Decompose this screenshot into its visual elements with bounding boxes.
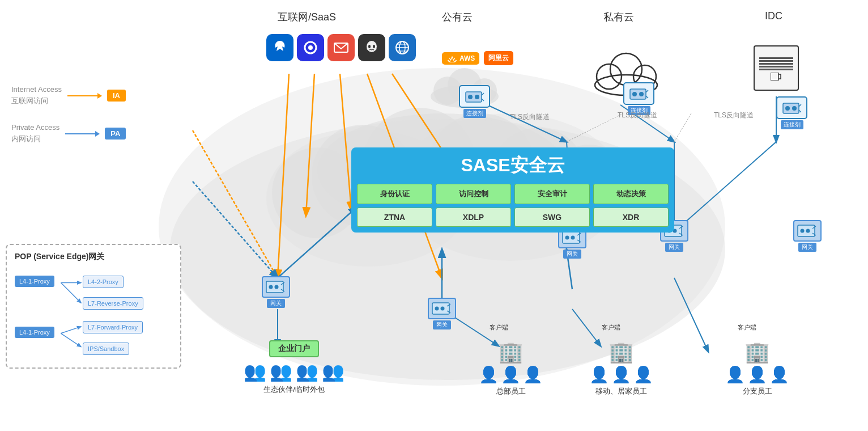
- svg-point-39: [373, 45, 375, 48]
- svg-line-26: [193, 130, 278, 278]
- gateway-bottom-center: 网关: [428, 298, 456, 329]
- idc-connector-label: 连接剂: [781, 120, 803, 129]
- gateway-icon-far-right: [793, 220, 822, 242]
- svg-rect-63: [771, 73, 778, 81]
- ecosystem-label: 生态伙伴/临时外包: [263, 384, 325, 395]
- idc-connector: 连接剂: [776, 96, 807, 129]
- connector-icon-public: [459, 85, 490, 108]
- svg-point-76: [441, 307, 445, 311]
- hq-building: 🏢: [498, 340, 524, 364]
- gateway-right-1-label: 网关: [563, 250, 581, 259]
- internet-access-item: Internet Access 互联网访问 IA: [11, 85, 126, 106]
- svg-line-32: [567, 113, 623, 142]
- svg-point-35: [308, 45, 313, 50]
- sase-cell-xdlp: XDLP: [436, 208, 511, 227]
- svg-point-4: [272, 147, 363, 238]
- gateway-bottom-center-label: 网关: [433, 320, 451, 329]
- connector-icon-private: [623, 82, 654, 105]
- svg-point-75: [435, 307, 439, 311]
- private-access-cn: 内网访问: [11, 134, 59, 144]
- sase-box: SASE安全云 身份认证 访问控制 安全审计 动态决策 ZTNA XDLP SW…: [351, 147, 674, 233]
- app-icon-1: [266, 34, 293, 61]
- public-cloud-label: 公有云: [442, 10, 473, 24]
- mobile-building: 🏢: [609, 340, 634, 364]
- tls-label-1: TLS反向隧道: [510, 112, 550, 122]
- svg-line-12: [306, 74, 314, 216]
- tls-label-2: TLS反向隧道: [618, 111, 657, 120]
- svg-line-96: [61, 327, 81, 333]
- mobile-employee-group: 🏢 👤 👤 👤 移动、居家员工: [589, 340, 653, 396]
- enterprise-portal-label: 企业门户: [269, 340, 319, 357]
- svg-line-31: [674, 278, 708, 352]
- svg-point-51: [610, 53, 642, 85]
- svg-line-95: [61, 282, 81, 303]
- hq-persons: 👤 👤 👤: [479, 365, 543, 384]
- sase-cell-identity: 身份认证: [357, 184, 432, 204]
- svg-point-38: [368, 45, 371, 48]
- client-label-mobile: 客户端: [597, 323, 625, 332]
- sase-cell-xdr: XDR: [593, 208, 669, 227]
- private-access-item: Private Access 内网访问 PA: [11, 123, 126, 144]
- svg-line-25: [680, 142, 776, 227]
- sase-cell-dynamic: 动态决策: [593, 184, 669, 204]
- sase-title: SASE安全云: [357, 153, 669, 178]
- sase-cell-access: 访问控制: [436, 184, 511, 204]
- client-label-hq: 客户端: [484, 323, 513, 332]
- internet-saas-label: 互联网/SaaS: [278, 10, 336, 24]
- svg-point-66: [792, 106, 797, 111]
- hq-employee-group: 🏢 👤 👤 👤 总部员工: [479, 340, 543, 396]
- idc-label: IDC: [765, 10, 782, 22]
- svg-point-80: [565, 236, 569, 240]
- pop-service-edge-box: POP (Service Edge)网关 L4-1-Proxy L4-2-Pro…: [6, 244, 181, 369]
- gateway-left-label: 网关: [267, 299, 285, 308]
- svg-point-70: [269, 285, 273, 289]
- branch-label: 分支员工: [743, 386, 772, 396]
- internet-arrow: [67, 95, 101, 96]
- gateway-right-2-label: 网关: [665, 243, 683, 252]
- app-icon-globe: [389, 34, 416, 61]
- enterprise-portal-group: 企业门户 👥 👥 👥 👥 生态伙伴/临时外包: [244, 340, 344, 395]
- private-arrow: [65, 133, 99, 134]
- branch-building: 🏢: [744, 340, 770, 364]
- svg-point-55: [475, 95, 479, 99]
- internet-access-en: Internet Access: [11, 85, 62, 94]
- mobile-label: 移动、居家员工: [595, 386, 647, 396]
- svg-point-59: [632, 92, 637, 96]
- saas-app-icons: [266, 34, 416, 61]
- app-icon-anon: [358, 34, 385, 61]
- gateway-icon-bottom-center: [428, 298, 456, 319]
- app-icon-2: [297, 34, 324, 61]
- gateway-icon-left: [262, 276, 290, 298]
- svg-point-81: [571, 236, 575, 240]
- tls-label-3: TLS反向隧道: [714, 111, 754, 120]
- sase-cell-ztna: ZTNA: [357, 208, 432, 227]
- svg-line-13: [340, 74, 351, 210]
- sase-feature-grid: 身份认证 访问控制 安全审计 动态决策 ZTNA XDLP SWG XDR: [357, 184, 669, 227]
- gateway-far-right-label: 网关: [798, 243, 816, 252]
- svg-line-16: [278, 207, 357, 278]
- public-cloud-connector: 连接剂: [459, 85, 490, 118]
- svg-line-20: [487, 105, 567, 142]
- svg-line-33: [674, 113, 691, 142]
- internet-access-cn: 互联网访问: [11, 96, 62, 106]
- svg-point-90: [801, 229, 805, 233]
- mobile-persons: 👤 👤 👤: [589, 365, 653, 384]
- svg-line-27: [193, 181, 278, 278]
- gateway-far-right: 网关: [793, 220, 822, 252]
- pop-title: POP (Service Edge)网关: [15, 252, 172, 262]
- client-label-branch: 客户端: [733, 323, 761, 332]
- ia-badge: IA: [107, 90, 126, 102]
- branch-employee-group: 🏢 👤 👤 👤 分支员工: [725, 340, 789, 396]
- gateway-left: 网关: [262, 276, 290, 308]
- connector-icon-idc: [776, 96, 807, 119]
- sase-cell-audit: 安全审计: [514, 184, 590, 204]
- branch-persons: 👤 👤 👤: [725, 365, 789, 384]
- svg-point-91: [806, 229, 810, 233]
- svg-point-54: [468, 95, 473, 99]
- svg-point-60: [639, 92, 644, 96]
- ecosystem-persons: 👥 👥 👥 👥: [244, 361, 344, 382]
- pa-badge: PA: [105, 128, 126, 140]
- hq-label: 总部员工: [496, 386, 526, 396]
- private-cloud-label: 私有云: [603, 10, 634, 24]
- pop-diagram: L4-1-Proxy L4-2-Proxy L7-Reverse-Proxy L…: [15, 270, 172, 361]
